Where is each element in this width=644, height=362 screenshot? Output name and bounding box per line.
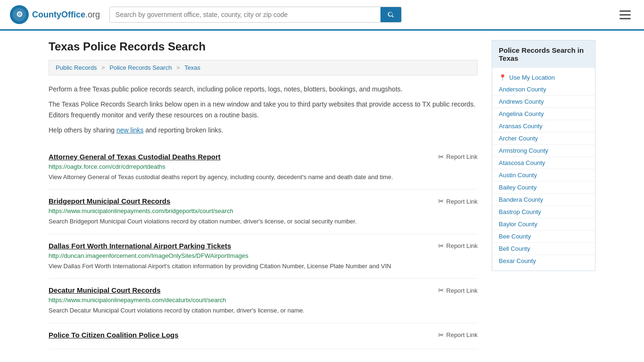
menu-bar-3 (619, 18, 631, 19)
menu-button[interactable] (616, 8, 635, 21)
result-url[interactable]: https://www.municipalonlinepayments.com/… (49, 296, 478, 304)
result-item: Decatur Municipal Court Records ✂ Report… (49, 279, 478, 323)
result-title[interactable]: Bridgeport Municipal Court Records (49, 197, 170, 205)
search-bar (109, 7, 402, 23)
result-description: View Attorney General of Texas custodial… (49, 173, 478, 182)
result-title[interactable]: Attorney General of Texas Custodial Deat… (49, 153, 221, 161)
search-button[interactable] (380, 7, 401, 22)
sidebar-county-atascosa[interactable]: Atascosa County (492, 157, 595, 169)
search-input[interactable] (110, 7, 380, 22)
result-url[interactable]: http://duncan.imageenforcement.com/Image… (49, 252, 478, 259)
result-title[interactable]: Decatur Municipal Court Records (49, 286, 161, 294)
logo[interactable]: ⚙ CountyOffice.org (9, 5, 100, 25)
breadcrumb-texas[interactable]: Texas (184, 64, 200, 71)
result-description: Search Bridgeport Municipal Court violat… (49, 217, 478, 226)
search-icon (387, 11, 395, 18)
scissors-icon: ✂ (438, 153, 444, 161)
sidebar-county-angelina[interactable]: Angelina County (492, 108, 595, 120)
result-description: Search Decatur Municipal Court violation… (49, 306, 478, 315)
sidebar-county-bell[interactable]: Bell County (492, 243, 595, 255)
result-title[interactable]: Dallas Fort Worth International Airport … (49, 242, 231, 250)
result-url[interactable]: https://oagtx.force.com/cdr/cdrreportdea… (49, 163, 478, 170)
description-3: Help others by sharing new links and rep… (49, 125, 478, 135)
menu-bar-2 (619, 14, 631, 16)
breadcrumb-police-records-search[interactable]: Police Records Search (109, 64, 172, 71)
sidebar-county-archer[interactable]: Archer County (492, 132, 595, 145)
results-list: Attorney General of Texas Custodial Deat… (49, 145, 478, 349)
logo-icon: ⚙ (9, 5, 29, 25)
breadcrumb-public-records[interactable]: Public Records (56, 64, 97, 71)
scissors-icon: ✂ (438, 242, 444, 250)
sidebar-county-anderson[interactable]: Anderson County (492, 83, 595, 96)
sidebar: Police Records Search in Texas 📍 Use My … (492, 40, 595, 349)
use-my-location-link[interactable]: 📍 Use My Location (492, 72, 595, 83)
sidebar-county-austin[interactable]: Austin County (492, 169, 595, 181)
sidebar-county-bexar[interactable]: Bexar County (492, 255, 595, 267)
sidebar-county-bailey[interactable]: Bailey County (492, 181, 595, 194)
sidebar-county-bee[interactable]: Bee County (492, 230, 595, 243)
result-item: Police To Citizen Coalition Police Logs … (49, 323, 478, 349)
report-link-button[interactable]: ✂ Report Link (438, 197, 478, 206)
new-links-link[interactable]: new links (116, 126, 144, 134)
scissors-icon: ✂ (438, 286, 444, 295)
breadcrumb-sep-1: > (101, 64, 105, 71)
result-item: Dallas Fort Worth International Airport … (49, 234, 478, 279)
description-2: The Texas Police Records Search links be… (49, 99, 478, 120)
sidebar-county-andrews[interactable]: Andrews County (492, 96, 595, 108)
sidebar-title: Police Records Search in Texas (492, 40, 595, 68)
sidebar-county-baylor[interactable]: Baylor County (492, 218, 595, 230)
sidebar-county-armstrong[interactable]: Armstrong County (492, 145, 595, 157)
description-1: Perform a free Texas public police recor… (49, 84, 478, 94)
result-description: View Dallas Fort Worth International Air… (49, 262, 478, 271)
scissors-icon: ✂ (438, 197, 444, 206)
sidebar-county-bastrop[interactable]: Bastrop County (492, 206, 595, 218)
sidebar-county-list: 📍 Use My Location Anderson County Andrew… (492, 68, 595, 271)
breadcrumb-sep-2: > (176, 64, 180, 71)
scissors-icon: ✂ (438, 331, 444, 339)
result-url[interactable]: https://www.municipalonlinepayments.com/… (49, 207, 478, 214)
report-link-button[interactable]: ✂ Report Link (438, 242, 478, 250)
sidebar-county-bandera[interactable]: Bandera County (492, 194, 595, 206)
result-title[interactable]: Police To Citizen Coalition Police Logs (49, 331, 179, 339)
sidebar-county-aransas[interactable]: Aransas County (492, 120, 595, 132)
menu-bar-1 (619, 10, 631, 12)
page-title: Texas Police Records Search (49, 40, 478, 53)
breadcrumb: Public Records > Police Records Search >… (49, 60, 478, 75)
result-item: Attorney General of Texas Custodial Deat… (49, 145, 478, 190)
svg-text:⚙: ⚙ (16, 10, 23, 18)
logo-text: CountyOffice.org (32, 10, 100, 20)
location-pin-icon: 📍 (499, 74, 506, 81)
result-item: Bridgeport Municipal Court Records ✂ Rep… (49, 189, 478, 234)
report-link-button[interactable]: ✂ Report Link (438, 331, 478, 339)
report-link-button[interactable]: ✂ Report Link (438, 153, 478, 161)
report-link-button[interactable]: ✂ Report Link (438, 286, 478, 295)
